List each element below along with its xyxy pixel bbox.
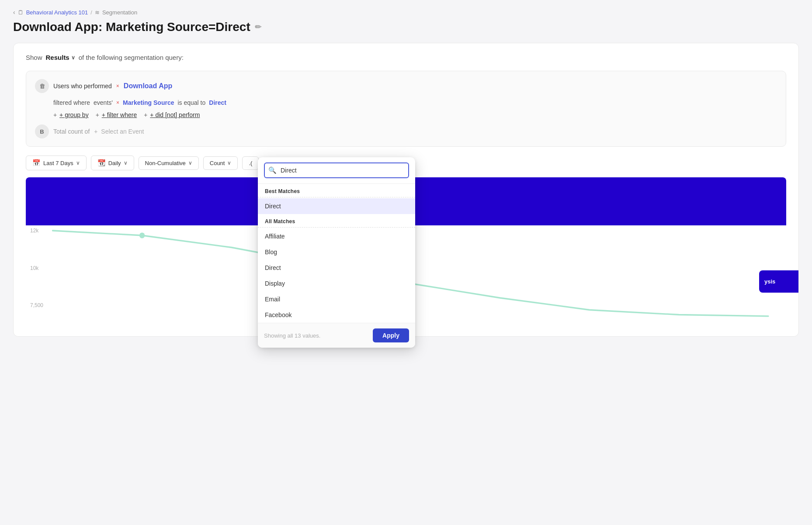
date-range-button[interactable]: 📅 Last 7 Days ∨ — [26, 155, 87, 170]
total-count-label: Total count of — [53, 128, 90, 135]
dropdown-item-direct-all[interactable]: Direct — [258, 260, 415, 276]
query-row-b: B Total count of + Select an Event — [35, 124, 777, 138]
best-matches-label: Best Matches — [258, 184, 415, 196]
filter-row: filtered where events' × Marketing Sourc… — [53, 99, 777, 106]
date-chevron: ∨ — [76, 160, 80, 166]
group-by-link[interactable]: + + group by — [53, 111, 89, 118]
query-row-a: 🗑 Users who performed × Download App — [35, 79, 777, 93]
results-button[interactable]: Results ∨ — [46, 54, 75, 61]
date-range-label: Last 7 Days — [43, 160, 73, 166]
results-chevron: ∨ — [71, 55, 75, 61]
prop-x-icon[interactable]: × — [116, 100, 119, 106]
cumulative-button[interactable]: Non-Cumulative ∨ — [139, 156, 199, 170]
page-title: Download App: Marketing Source=Direct — [13, 20, 250, 34]
right-panel-hint: ysis — [759, 270, 798, 293]
breadcrumb: ‹ 🗒 Behavioral Analytics 101 / ≋ Segment… — [13, 9, 799, 16]
interval-label: Daily — [108, 160, 121, 166]
breadcrumb-notebook[interactable]: Behavioral Analytics 101 — [26, 9, 88, 16]
cumulative-chevron: ∨ — [188, 160, 192, 166]
breadcrumb-sep: / — [90, 9, 92, 16]
trash-badge[interactable]: 🗑 — [35, 79, 49, 93]
dropdown-item-facebook[interactable]: Facebook — [258, 307, 415, 323]
edit-icon[interactable]: ✏ — [255, 22, 261, 32]
dropdown-search-box: 🔍 — [258, 157, 415, 184]
show-suffix: of the following segmentation query: — [79, 54, 184, 61]
action-row: + + group by + + filter where + + did [n… — [53, 111, 777, 118]
page-container: ‹ 🗒 Behavioral Analytics 101 / ≋ Segment… — [0, 0, 812, 525]
panel-label-ysis: ysis — [764, 278, 793, 285]
breadcrumb-segmentation[interactable]: Segmentation — [102, 9, 137, 16]
query-section: 🗑 Users who performed × Download App fil… — [26, 71, 786, 147]
dropdown-item-display[interactable]: Display — [258, 276, 415, 291]
b-badge: B — [35, 124, 49, 138]
did-not-plus: + — [144, 111, 147, 118]
direct-value-link[interactable]: Direct — [209, 99, 226, 106]
metric-label: Count — [210, 160, 225, 166]
download-app-link[interactable]: Download App — [124, 82, 172, 90]
did-not-perform-link[interactable]: + + did [not] perform — [144, 111, 200, 118]
events-tick-label: events' — [94, 99, 113, 106]
group-by-text[interactable]: + group by — [59, 111, 89, 118]
apply-button[interactable]: Apply — [373, 328, 409, 342]
interval-button[interactable]: 📆 Daily ∨ — [91, 155, 134, 170]
marketing-source-link[interactable]: Marketing Source — [123, 99, 174, 106]
group-by-plus: + — [53, 111, 57, 118]
seg-icon: ≋ — [95, 9, 100, 16]
did-not-text[interactable]: + did [not] perform — [150, 111, 200, 118]
select-event-plus: + — [94, 128, 97, 135]
filter-where2-text[interactable]: + filter where — [102, 111, 137, 118]
interval-chevron: ∨ — [124, 160, 128, 166]
event-x-icon[interactable]: × — [116, 83, 119, 89]
search-input-wrapper: 🔍 — [264, 162, 409, 178]
select-event-label[interactable]: Select an Event — [101, 128, 144, 135]
show-label: Show — [26, 54, 42, 61]
best-matches-divider — [258, 197, 415, 197]
search-icon: 🔍 — [268, 166, 277, 174]
dropdown-footer: Showing all 13 values. Apply — [258, 323, 415, 348]
all-matches-label: All Matches — [258, 214, 415, 226]
dropdown-search-input[interactable] — [264, 162, 409, 178]
filter-where2-plus: + — [96, 111, 99, 118]
cumulative-label: Non-Cumulative — [145, 160, 186, 166]
dropdown-overlay: 🔍 Best Matches Direct All Matches Affili… — [258, 157, 415, 348]
date-cal-icon: 📅 — [32, 159, 41, 167]
filter-where2-link[interactable]: + + filter where — [96, 111, 137, 118]
dropdown-item-blog[interactable]: Blog — [258, 244, 415, 260]
select-event-button[interactable]: + Select an Event — [94, 128, 144, 135]
all-matches-divider — [258, 227, 415, 228]
showing-text: Showing all 13 values. — [264, 332, 320, 339]
metric-chevron: ∨ — [227, 160, 231, 166]
interval-cal-icon: 📆 — [97, 159, 106, 167]
results-label: Results — [46, 54, 69, 61]
dropdown-item-direct-best[interactable]: Direct — [258, 198, 415, 214]
extra-label: .( — [249, 160, 252, 166]
dropdown-item-affiliate[interactable]: Affiliate — [258, 228, 415, 244]
show-results-row: Show Results ∨ of the following segmenta… — [26, 54, 786, 61]
back-arrow[interactable]: ‹ — [13, 9, 15, 16]
page-title-row: Download App: Marketing Source=Direct ✏ — [13, 20, 799, 34]
is-equal-to-label: is equal to — [177, 99, 205, 106]
filtered-where-label: filtered where — [53, 99, 90, 106]
users-who-performed: Users who performed — [53, 83, 112, 90]
svg-point-0 — [139, 232, 145, 238]
metric-button[interactable]: Count ∨ — [203, 156, 238, 170]
dropdown-item-email[interactable]: Email — [258, 291, 415, 307]
extra-button[interactable]: .( — [242, 156, 259, 170]
notebook-icon: 🗒 — [18, 9, 24, 16]
